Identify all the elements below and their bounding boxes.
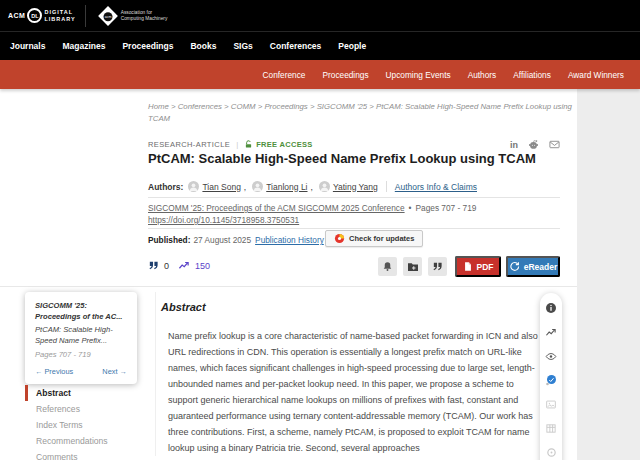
main-nav-item[interactable]: Proceedings [122,41,173,51]
tables-icon [545,422,557,434]
published-date: 27 August 2025 [193,235,251,245]
citations-count: 0 [164,261,169,271]
doi-link[interactable]: https://doi.org/10.1145/3718958.3750531 [148,215,299,225]
breadcrumb-item[interactable]: Home [148,102,178,111]
acm-association-label: Association forComputing Machinery [121,10,168,22]
open-lock-icon [244,140,253,149]
cite-button[interactable] [428,257,447,276]
pdf-button[interactable]: PDF [455,256,501,277]
reddit-icon[interactable] [528,139,539,150]
section-divider [0,286,577,287]
author-name-link[interactable]: Yating Yang [333,182,378,192]
main-nav: JournalsMagazinesProceedingsBooksSIGsCon… [0,32,640,59]
abstract-heading: Abstract [156,301,553,313]
article-meta-row: RESEARCH-ARTICLE | FREE ACCESS in [148,139,560,150]
article-tools-toolbar [540,293,562,460]
author-name-link[interactable]: Tian Song [202,182,240,192]
venue-link[interactable]: SIGCOMM '25: Proceedings of the ACM SIGC… [148,203,405,213]
abstract-text: Name prefix lookup is a core characteris… [156,328,540,456]
author-chip[interactable]: Tian Song [188,181,246,192]
divider [148,228,560,229]
site-header: ACM DL DIGITALLIBRARY acm Association fo… [0,0,640,60]
divider [148,197,560,198]
acm-diamond-logo[interactable]: acm [98,6,118,26]
main-nav-item[interactable]: Books [190,41,216,51]
main-nav-item[interactable]: SIGs [233,41,252,51]
breadcrumb-item[interactable]: SIGCOMM '25 [317,102,376,111]
citations-icon [148,260,159,271]
header-logo-row: ACM DL DIGITALLIBRARY acm Association fo… [0,0,640,32]
conference-nav-item[interactable]: Affiliations [513,70,551,80]
author-name-link[interactable]: Tianlong Li [266,182,307,192]
dl-gear-icon: DL [27,8,42,23]
conference-nav-item[interactable]: Conference [263,70,306,80]
next-article-link[interactable]: Next → [102,367,127,376]
article-page: HomeConferencesCOMMProceedingsSIGCOMM '2… [0,89,577,460]
issue-navigation-card: SIGCOMM '25: Proceedings of the AC... Pt… [25,292,137,384]
alerts-button[interactable] [378,257,397,276]
digital-library-label: DIGITALLIBRARY [44,9,75,22]
sidebar-item-index-terms[interactable]: Index Terms [25,417,135,433]
quote-icon [432,261,443,272]
conference-nav-item[interactable]: Authors [468,70,497,80]
conference-nav-item[interactable]: Award Winners [568,70,624,80]
author-chip[interactable]: Yating Yang [319,181,378,192]
bell-icon [382,261,393,272]
pages-label: Pages 707 - 719 [416,203,477,213]
folder-plus-icon [407,261,419,273]
add-to-collection-button[interactable] [403,257,422,276]
avatar-icon [252,181,263,192]
free-access-badge: FREE ACCESS [244,140,312,149]
altmetric-badge-icon[interactable] [545,374,557,386]
published-row: Published: 27 August 2025 Publication Hi… [148,235,324,245]
ereader-icon [509,261,520,272]
view-icon[interactable] [545,350,557,362]
publication-history-link[interactable]: Publication History [255,235,324,245]
avatar-icon [188,181,199,192]
main-nav-item[interactable]: People [338,41,366,51]
linkedin-icon[interactable]: in [510,140,518,150]
sidebar-item-references[interactable]: References [25,401,135,417]
authors-info-claims-link[interactable]: Authors Info & Claims [395,182,477,192]
card-venue[interactable]: SIGCOMM '25: Proceedings of the AC... [35,301,127,322]
sidebar-item-comments[interactable]: Comments [25,449,135,460]
main-nav-item[interactable]: Journals [10,41,45,51]
breadcrumb: HomeConferencesCOMMProceedingsSIGCOMM '2… [148,101,573,125]
author-chip[interactable]: Tianlong Li [252,181,313,192]
card-pages: Pages 707 - 719 [35,350,127,359]
card-article-title: PtCAM: Scalable High-Speed Name Prefix..… [35,325,127,346]
authors-list: Tian Song Tianlong Li Yating Yang [188,181,377,192]
check-for-updates-button[interactable]: Check for updates [325,230,423,247]
article-section-nav: Abstract References Index Terms Recommen… [25,385,135,460]
article-title: PtCAM: Scalable High-Speed Name Prefix L… [148,151,568,166]
breadcrumb-item[interactable]: COMM [231,102,265,111]
header-divider [85,5,86,27]
authors-row: Authors: Tian Song Tianlong Li Yating Ya… [148,181,560,192]
info-icon[interactable] [545,302,557,314]
venue-row: SIGCOMM '25: Proceedings of the ACM SIGC… [148,203,476,213]
crossmark-icon [334,233,345,244]
sidebar-item-recommendations[interactable]: Recommendations [25,433,135,449]
breadcrumb-item[interactable]: Proceedings [264,102,316,111]
authors-label: Authors: [148,182,183,192]
acm-dl-logo[interactable]: ACM [8,12,25,19]
main-nav-item[interactable]: Conferences [270,41,322,51]
bullet-separator: • [409,203,412,213]
conference-nav-item[interactable]: Upcoming Events [386,70,451,80]
conference-nav-item[interactable]: Proceedings [322,70,368,80]
main-nav-item[interactable]: Magazines [62,41,105,51]
article-type-label: RESEARCH-ARTICLE [148,140,230,149]
downloads-trend-icon [178,260,190,271]
email-icon[interactable] [549,139,560,150]
pdf-file-icon [463,261,473,272]
previous-article-link[interactable]: ← Previous [35,367,73,376]
figures-icon [545,398,557,410]
conference-nav: ConferenceProceedingsUpcoming EventsAuth… [0,60,640,89]
share-icons: in [510,139,560,150]
ereader-button[interactable]: eReader [506,256,560,277]
authors-divider [386,181,387,192]
breadcrumb-item[interactable]: Conferences [178,102,231,111]
sidebar-item-abstract[interactable]: Abstract [25,385,135,401]
avatar-icon [319,181,330,192]
metrics-icon[interactable] [545,326,557,338]
